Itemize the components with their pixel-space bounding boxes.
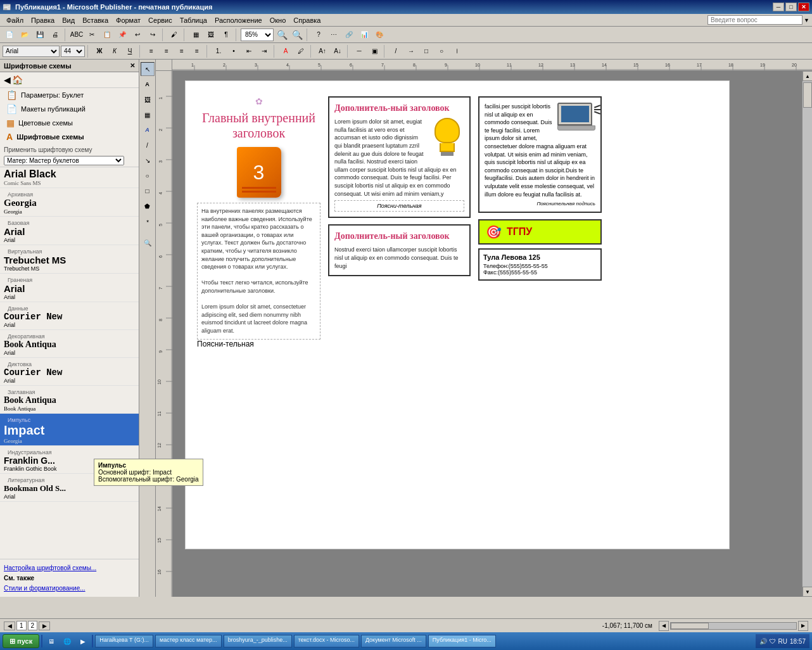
scheme-item-dict[interactable]: Диктовка Courier New Arial	[0, 358, 139, 386]
help-input[interactable]	[707, 15, 802, 25]
zoom-select[interactable]: 85% 100% 150%	[241, 29, 274, 41]
maximize-button[interactable]: □	[785, 3, 797, 11]
scheme-item-0[interactable]: Arial Black Comic Sans MS	[0, 167, 139, 188]
styles-link[interactable]: Стили и форматирование...	[4, 585, 135, 592]
customize-font-link[interactable]: Настройка шрифтовой схемы...	[4, 564, 135, 571]
font-size[interactable]: 44	[61, 46, 85, 57]
hscroll-thumb[interactable]	[671, 623, 709, 629]
line-color[interactable]: ─	[352, 44, 366, 58]
lang-indicator[interactable]: RU	[778, 638, 787, 645]
insert-picture[interactable]: 🖼	[204, 28, 218, 42]
table-tool[interactable]: ▦	[141, 108, 155, 122]
nav-item-layouts[interactable]: 📄 Макеты публикаций	[0, 102, 139, 116]
draw-line[interactable]: /	[389, 44, 403, 58]
menu-window[interactable]: Окно	[266, 15, 290, 25]
menu-edit[interactable]: Правка	[27, 15, 58, 25]
extra3[interactable]: 🎨	[372, 28, 386, 42]
page-num-2[interactable]: 2	[28, 621, 38, 630]
zoom-tool[interactable]: 🔍	[141, 236, 155, 250]
copy-button[interactable]: 📋	[100, 28, 114, 42]
spell-button[interactable]: ABC	[70, 28, 84, 42]
autoshape-tool[interactable]: ⬟	[141, 199, 155, 213]
word-art-tool[interactable]: A	[141, 123, 155, 137]
menu-arrange[interactable]: Расположение	[211, 15, 266, 25]
canvas-area[interactable]: 1 2 3 4 5 6 7 8 9 10 11 12 13 14	[156, 60, 812, 597]
underline-button[interactable]: Ч	[123, 44, 137, 58]
scheme-item-data[interactable]: Данные Courier New Arial	[0, 302, 139, 330]
custom-shape[interactable]: ⭒	[141, 214, 155, 228]
menu-help[interactable]: Справка	[289, 15, 324, 25]
scroll-right-button[interactable]: ▶	[798, 621, 808, 631]
help-arrow[interactable]: ▼	[804, 17, 809, 23]
start-button[interactable]: ⊞ пуск	[3, 634, 39, 648]
scheme-item-capital[interactable]: Заглавная Book Antiqua Book Antiqua	[0, 386, 139, 414]
show-para[interactable]: ¶	[219, 28, 233, 42]
scheme-item-deco[interactable]: Декоративная Book Antiqua Arial	[0, 330, 139, 358]
taskbar-item-1[interactable]: мастер класс матер...	[155, 635, 222, 647]
prev-page-button[interactable]: ◀	[4, 621, 15, 630]
select-tool[interactable]: ↖	[141, 62, 155, 76]
draw-rect[interactable]: □	[419, 44, 433, 58]
hscroll-track[interactable]	[670, 622, 797, 630]
bold-button[interactable]: Ж	[92, 44, 106, 58]
scheme-item-impulse[interactable]: Импульс Impact Georgia	[0, 414, 139, 446]
save-button[interactable]: 💾	[33, 28, 47, 42]
zoom-in[interactable]: 🔍	[290, 28, 304, 42]
new-button[interactable]: 📄	[3, 28, 16, 42]
minimize-button[interactable]: ─	[773, 3, 784, 11]
nav-item-fonts[interactable]: A Шрифтовые схемы	[0, 130, 139, 144]
text-tool[interactable]: A	[141, 77, 155, 91]
format-painter[interactable]: 🖌	[167, 28, 181, 42]
more-shapes[interactable]: ⁞	[450, 44, 464, 58]
text-larger[interactable]: A↑	[315, 44, 329, 58]
line-tool[interactable]: /	[141, 138, 155, 152]
taskbar-item-5[interactable]: Публикация1 - Micro...	[428, 635, 496, 647]
nav-item-colors[interactable]: ▦ Цветовые схемы	[0, 116, 139, 130]
align-center[interactable]: ≡	[160, 44, 174, 58]
nav-item-params[interactable]: 📋 Параметры: Буклет	[0, 88, 139, 102]
open-button[interactable]: 📂	[18, 28, 32, 42]
menu-view[interactable]: Вид	[58, 15, 79, 25]
panel-icon-home[interactable]: 🏠	[12, 75, 23, 85]
extra1[interactable]: ⋯	[327, 28, 341, 42]
scroll-track[interactable]	[802, 81, 812, 587]
highlight[interactable]: 🖊	[294, 44, 308, 58]
scroll-down-button[interactable]: ▼	[802, 587, 812, 597]
draw-arrow[interactable]: →	[404, 44, 418, 58]
page-num-1[interactable]: 1	[16, 621, 27, 630]
font-select[interactable]: Arial	[3, 46, 60, 57]
scroll-left-button[interactable]: ◀	[659, 621, 669, 631]
picture-tool[interactable]: 🖼	[141, 92, 155, 106]
draw-oval[interactable]: ○	[435, 44, 448, 58]
extra2[interactable]: 📊	[357, 28, 371, 42]
taskbar-item-2[interactable]: broshyura_-_publishe...	[224, 635, 292, 647]
scheme-item-graved[interactable]: Граненая Arial Arial	[0, 274, 139, 302]
indent-less[interactable]: ⇤	[242, 44, 256, 58]
taskbar-item-4[interactable]: Документ Microsoft ...	[361, 635, 426, 647]
taskbar-item-0[interactable]: Нагайцева Т (G:)...	[95, 635, 153, 647]
align-right[interactable]: ≡	[175, 44, 189, 58]
panel-close-button[interactable]: ✕	[130, 62, 135, 69]
quicklaunch-media[interactable]: ▶	[76, 634, 90, 648]
align-left[interactable]: ≡	[144, 44, 158, 58]
insert-table[interactable]: ▦	[189, 28, 203, 42]
scroll-up-button[interactable]: ▲	[802, 71, 812, 81]
italic-button[interactable]: К	[108, 44, 122, 58]
print-button[interactable]: 🖨	[48, 28, 62, 42]
scheme-item-base[interactable]: Базовая Arial Arial	[0, 217, 139, 245]
scheme-item-archiv[interactable]: Архивная Georgia Georgia	[0, 188, 139, 217]
taskbar-item-3[interactable]: текст.docx - Microso...	[294, 635, 359, 647]
menu-format[interactable]: Формат	[112, 15, 144, 25]
quicklaunch-show-desktop[interactable]: 🖥	[44, 634, 58, 648]
menu-service[interactable]: Сервис	[144, 15, 176, 25]
indent-more[interactable]: ⇥	[257, 44, 271, 58]
undo-button[interactable]: ↩	[130, 28, 144, 42]
master-select[interactable]: Матер: Мастер буклетов	[4, 156, 124, 165]
rect-tool[interactable]: □	[141, 184, 155, 198]
numbering[interactable]: 1.	[212, 44, 225, 58]
fill-color[interactable]: ▣	[367, 44, 381, 58]
paste-button[interactable]: 📌	[115, 28, 129, 42]
menu-file[interactable]: Файл	[3, 15, 27, 25]
close-button[interactable]: ✕	[798, 3, 809, 11]
scheme-item-virtual[interactable]: Виртуальная Trebuchet MS Trebuchet MS	[0, 245, 139, 274]
